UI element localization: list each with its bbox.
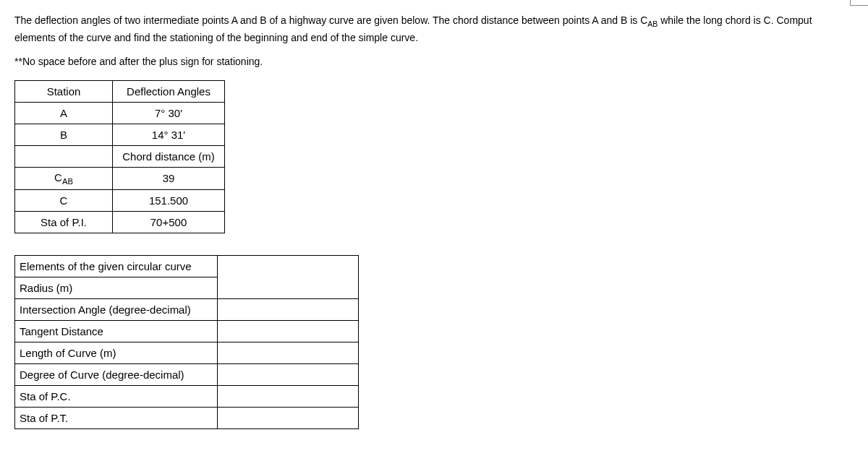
sta-pt-input[interactable] xyxy=(218,407,359,428)
table-row: Tangent Distance xyxy=(15,320,359,342)
problem-subscript-ab: AB xyxy=(647,20,658,28)
corner-decoration xyxy=(850,0,868,6)
table-row: Sta of P.I. 70+500 xyxy=(15,211,225,233)
c-value: 151.500 xyxy=(113,189,225,211)
sta-pt-label: Sta of P.T. xyxy=(15,407,218,428)
given-data-table: Station Deflection Angles A 7° 30' B 14°… xyxy=(14,80,225,233)
sta-pi-label: Sta of P.I. xyxy=(15,211,113,233)
intersection-angle-input[interactable] xyxy=(218,298,359,320)
problem-line1-part1: The deflection angles of two intermediat… xyxy=(14,14,647,26)
sta-pc-label: Sta of P.C. xyxy=(15,385,218,407)
table-row: A 7° 30' xyxy=(15,102,225,124)
tangent-distance-input[interactable] xyxy=(218,320,359,342)
table-row: Elements of the given circular curve xyxy=(15,255,359,277)
station-a-value: 7° 30' xyxy=(113,102,225,124)
problem-line2: elements of the curve and find the stati… xyxy=(14,32,418,43)
chord-header: Chord distance (m) xyxy=(113,145,225,167)
c-label: C xyxy=(15,189,113,211)
table-row: C 151.500 xyxy=(15,189,225,211)
table-row: Intersection Angle (degree-decimal) xyxy=(15,298,359,320)
sta-pc-input[interactable] xyxy=(218,385,359,407)
stationing-note: **No space before and after the plus sig… xyxy=(14,56,854,67)
header-deflection: Deflection Angles xyxy=(113,80,225,102)
degree-curve-input[interactable] xyxy=(218,363,359,385)
table-row: Length of Curve (m) xyxy=(15,342,359,363)
table-row: CAB 39 xyxy=(15,167,225,189)
length-curve-label: Length of Curve (m) xyxy=(15,342,218,363)
answer-table: Elements of the given circular curve Rad… xyxy=(14,255,359,429)
radius-label: Radius (m) xyxy=(15,277,218,298)
table-row: Sta of P.T. xyxy=(15,407,359,428)
problem-line1-part2: while the long chord is C. Comput xyxy=(658,14,812,26)
problem-statement: The deflection angles of two intermediat… xyxy=(14,13,854,46)
station-b-label: B xyxy=(15,124,113,145)
radius-input[interactable] xyxy=(218,255,359,298)
header-station: Station xyxy=(15,80,113,102)
cab-label: CAB xyxy=(15,167,113,189)
empty-cell xyxy=(15,145,113,167)
sta-pi-value: 70+500 xyxy=(113,211,225,233)
table-row: Station Deflection Angles xyxy=(15,80,225,102)
cab-value: 39 xyxy=(113,167,225,189)
length-curve-input[interactable] xyxy=(218,342,359,363)
station-b-value: 14° 31' xyxy=(113,124,225,145)
elements-header: Elements of the given circular curve xyxy=(15,255,218,277)
table-row: Degree of Curve (degree-decimal) xyxy=(15,363,359,385)
intersection-angle-label: Intersection Angle (degree-decimal) xyxy=(15,298,218,320)
table-row: Chord distance (m) xyxy=(15,145,225,167)
tangent-distance-label: Tangent Distance xyxy=(15,320,218,342)
table-row: B 14° 31' xyxy=(15,124,225,145)
degree-curve-label: Degree of Curve (degree-decimal) xyxy=(15,363,218,385)
station-a-label: A xyxy=(15,102,113,124)
table-row: Sta of P.C. xyxy=(15,385,359,407)
